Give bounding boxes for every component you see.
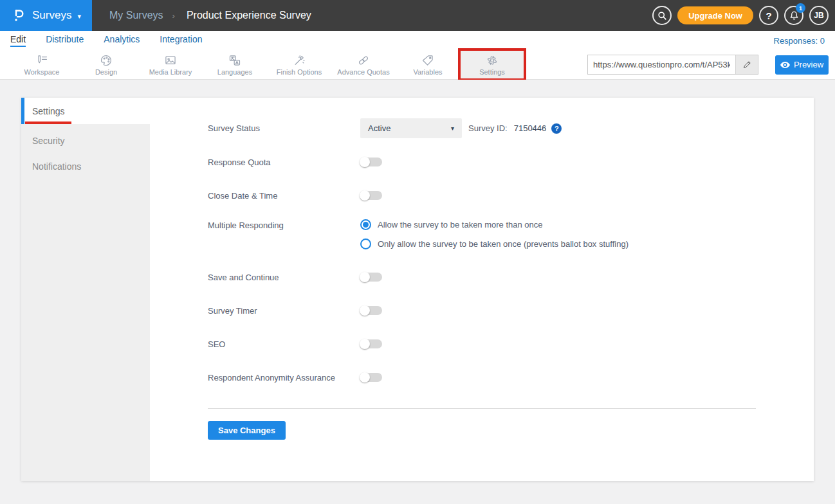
pencil-icon — [742, 60, 752, 69]
toolbar-item-label: Workspace — [24, 68, 60, 76]
link-icon — [356, 54, 371, 67]
preview-button-label: Preview — [794, 60, 823, 69]
sidebar-item-settings[interactable]: Settings — [21, 98, 150, 124]
survey-url-group — [587, 55, 758, 75]
sidebar-item-label: Settings — [32, 106, 65, 116]
page-background: Settings Security Notifications Survey S… — [0, 80, 835, 504]
chevron-down-icon: ▾ — [77, 12, 81, 21]
toolbar-item-label: Advance Quotas — [337, 68, 389, 76]
toolbar-item-label: Settings — [479, 68, 505, 76]
topbar: Surveys ▾ My Surveys › Product Experienc… — [0, 0, 835, 31]
response-quota-row: Response Quota — [208, 152, 756, 172]
multiple-responding-label: Multiple Responding — [208, 221, 360, 230]
questionpro-logo-icon — [11, 8, 26, 23]
close-date-time-toggle[interactable] — [360, 191, 382, 200]
preview-button[interactable]: Preview — [775, 55, 829, 75]
toolbar-item-advance-quotas[interactable]: Advance Quotas — [331, 50, 396, 79]
response-quota-label: Response Quota — [208, 158, 360, 167]
eye-icon — [780, 61, 790, 69]
content-divider — [208, 408, 756, 409]
breadcrumb-separator: › — [172, 11, 175, 21]
toolbar-item-label: Design — [95, 68, 117, 76]
toolbar-item-finish-options[interactable]: Finish Options — [267, 50, 331, 79]
chevron-down-icon: ▾ — [451, 125, 454, 132]
question-mark-icon: ? — [766, 10, 771, 21]
tab-distribute[interactable]: Distribute — [46, 34, 84, 47]
survey-id-group: Survey ID: 7150446 — [468, 123, 546, 133]
toolbar-item-label: Languages — [217, 68, 252, 76]
respondent-anonymity-label: Respondent Anonymity Assurance — [208, 373, 360, 382]
avatar-initials: JB — [814, 11, 823, 20]
sidebar-item-notifications[interactable]: Notifications — [21, 154, 150, 179]
product-name: Surveys — [32, 9, 71, 22]
upgrade-now-button[interactable]: Upgrade Now — [677, 6, 753, 24]
survey-url-input[interactable] — [588, 55, 735, 74]
survey-timer-toggle[interactable] — [360, 306, 382, 315]
notification-badge: 1 — [796, 3, 805, 13]
multiple-responding-options: Allow the survey to be taken more than o… — [360, 219, 629, 249]
multiple-responding-row: Multiple Responding Allow the survey to … — [208, 219, 756, 249]
toolbar-item-label: Media Library — [149, 68, 192, 76]
translate-icon — [228, 54, 242, 67]
sidebar-rest: Security Notifications — [21, 124, 150, 481]
survey-status-row: Survey Status Active ▾ Survey ID: 715044… — [208, 118, 756, 138]
workspace-icon — [35, 54, 49, 67]
close-date-time-row: Close Date & Time — [208, 186, 756, 205]
save-and-continue-label: Save and Continue — [208, 273, 360, 282]
product-switcher[interactable]: Surveys ▾ — [0, 0, 92, 31]
radio-unselected-icon[interactable] — [360, 239, 371, 249]
image-icon — [163, 54, 178, 67]
radio-selected-icon[interactable] — [360, 219, 371, 230]
radio-option-label: Only allow the survey to be taken once (… — [378, 239, 629, 249]
toolbar-right: Preview — [587, 55, 835, 75]
page-title: Product Experience Survey — [187, 10, 311, 21]
breadcrumb: My Surveys › Product Experience Survey — [109, 10, 311, 21]
settings-sidebar: Settings Security Notifications — [21, 98, 150, 481]
settings-content: Survey Status Active ▾ Survey ID: 715044… — [150, 98, 814, 481]
help-button[interactable]: ? — [759, 6, 778, 25]
survey-timer-row: Survey Timer — [208, 301, 756, 320]
active-red-underline — [25, 122, 71, 124]
toolbar-item-languages[interactable]: Languages — [203, 50, 267, 79]
search-button[interactable] — [652, 6, 672, 25]
toolbar-item-design[interactable]: Design — [74, 50, 138, 79]
radio-option-label: Allow the survey to be taken more than o… — [378, 220, 543, 230]
survey-status-label: Survey Status — [208, 123, 360, 133]
toggle-knob — [360, 157, 370, 167]
responses-count[interactable]: Responses: 0 — [774, 36, 825, 46]
seo-row: SEO — [208, 334, 756, 354]
subnav: Edit Distribute Analytics Integration Re… — [0, 31, 835, 50]
radio-option-once-only[interactable]: Only allow the survey to be taken once (… — [360, 239, 629, 249]
toolbar-item-variables[interactable]: Variables — [396, 50, 460, 79]
save-changes-button[interactable]: Save Changes — [208, 421, 286, 440]
toolbar-item-workspace[interactable]: Workspace — [10, 50, 74, 79]
topbar-actions: Upgrade Now ? 1 JB — [652, 6, 835, 25]
toggle-knob — [360, 272, 370, 282]
save-and-continue-toggle[interactable] — [360, 273, 382, 282]
breadcrumb-my-surveys[interactable]: My Surveys — [109, 10, 163, 21]
seo-toggle[interactable] — [360, 339, 382, 348]
survey-id-help-icon[interactable]: ? — [551, 123, 562, 134]
radio-option-multiple-allowed[interactable]: Allow the survey to be taken more than o… — [360, 219, 629, 230]
notifications-button[interactable]: 1 — [784, 6, 803, 25]
sidebar-item-label: Security — [32, 136, 65, 146]
survey-id-label: Survey ID: — [468, 123, 508, 133]
toggle-knob — [360, 190, 370, 201]
respondent-anonymity-toggle[interactable] — [360, 373, 382, 382]
response-quota-toggle[interactable] — [360, 158, 382, 166]
tab-integration[interactable]: Integration — [160, 34, 202, 47]
avatar[interactable]: JB — [809, 6, 829, 25]
tab-analytics[interactable]: Analytics — [104, 34, 140, 47]
palette-icon — [99, 54, 113, 67]
survey-status-select[interactable]: Active ▾ — [360, 118, 462, 138]
edit-toolbar: Workspace Design Media Library — [0, 50, 835, 80]
toggle-knob — [360, 339, 370, 349]
tab-edit[interactable]: Edit — [10, 34, 26, 47]
active-accent-bar — [21, 98, 24, 124]
save-and-continue-row: Save and Continue — [208, 267, 756, 287]
toolbar-item-media-library[interactable]: Media Library — [138, 50, 203, 79]
edit-url-button[interactable] — [735, 55, 758, 74]
toolbar-item-settings[interactable]: Settings — [460, 50, 524, 79]
sidebar-item-security[interactable]: Security — [21, 128, 150, 154]
sidebar-item-label: Notifications — [32, 161, 81, 172]
